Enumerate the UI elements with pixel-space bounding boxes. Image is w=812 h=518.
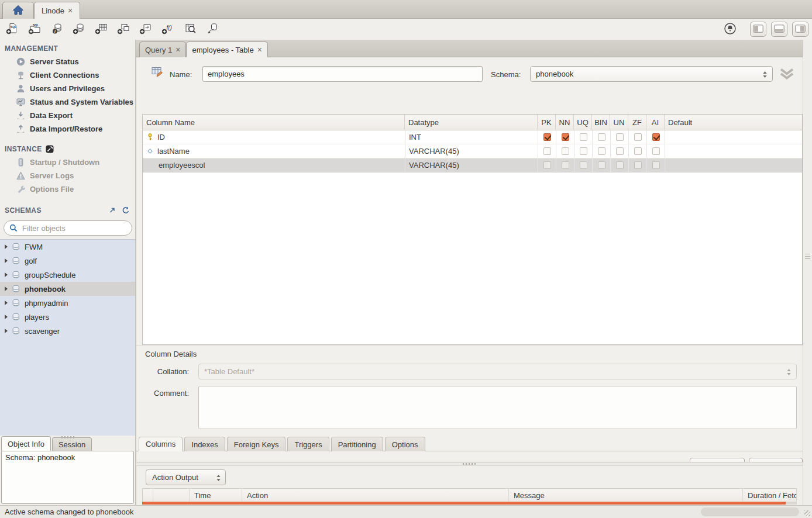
sidebar-item-data-export[interactable]: Data Export xyxy=(0,109,135,122)
right-panel-sash[interactable] xyxy=(803,40,812,505)
chevron-right-icon[interactable] xyxy=(5,301,8,305)
grid-header-un[interactable]: UN xyxy=(610,115,628,130)
grid-header-datatype[interactable]: Datatype xyxy=(405,115,538,130)
grid-header-column-name[interactable]: Column Name xyxy=(143,115,405,130)
schema-item-fwm[interactable]: FWM xyxy=(0,240,135,254)
tab-triggers[interactable]: Triggers xyxy=(287,437,329,451)
chevron-right-icon[interactable] xyxy=(5,258,8,263)
resize-grip[interactable] xyxy=(804,510,810,516)
output-col-blank-1[interactable] xyxy=(153,489,190,502)
sidebar-item-client-connections[interactable]: Client Connections xyxy=(0,68,135,82)
grid-header-uq[interactable]: UQ xyxy=(574,115,592,130)
column-row-id[interactable]: IDINT xyxy=(143,130,802,144)
tab-employees-table[interactable]: employees - Table× xyxy=(186,42,267,57)
nn-checkbox[interactable] xyxy=(562,161,569,169)
chevron-right-icon[interactable] xyxy=(5,244,8,249)
pk-checkbox[interactable] xyxy=(543,161,551,169)
schema-item-golf[interactable]: golf xyxy=(0,254,135,268)
ai-checkbox[interactable] xyxy=(652,161,660,169)
column-row-employeescol[interactable]: employeescolVARCHAR(45) xyxy=(143,158,802,172)
output-col-action[interactable]: Action xyxy=(242,489,509,502)
notification-icon[interactable] xyxy=(723,22,737,37)
close-icon[interactable]: × xyxy=(68,6,73,15)
schema-item-phonebook[interactable]: phonebook xyxy=(0,282,135,296)
sidebar-item-startup-shutdown[interactable]: Startup / Shutdown xyxy=(0,156,135,169)
tab-query-1[interactable]: Query 1× xyxy=(139,42,186,57)
chevron-right-icon[interactable] xyxy=(5,329,8,333)
nn-checkbox[interactable] xyxy=(562,147,569,155)
tab-columns[interactable]: Columns xyxy=(139,437,183,451)
schema-filter-input[interactable] xyxy=(21,223,126,233)
data-transfer-button[interactable] xyxy=(202,20,222,38)
uq-checkbox[interactable] xyxy=(580,147,587,155)
double-chevron-down-icon[interactable] xyxy=(779,67,795,82)
output-col-message[interactable]: Message xyxy=(509,489,743,502)
create-procedure-button[interactable] xyxy=(136,20,156,38)
tab-session[interactable]: Session xyxy=(52,437,92,451)
grid-header-bin[interactable]: BIN xyxy=(592,115,610,130)
horizontal-splitter[interactable] xyxy=(136,462,803,466)
tab-options[interactable]: Options xyxy=(385,437,425,451)
collation-select[interactable]: *Table Default* xyxy=(198,364,797,379)
toggle-bottom-panel-button[interactable] xyxy=(771,22,787,37)
create-view-button[interactable] xyxy=(113,20,133,38)
output-selected-row[interactable] xyxy=(142,502,786,505)
sidebar-item-server-logs[interactable]: Server Logs xyxy=(0,169,135,182)
grid-header-zf[interactable]: ZF xyxy=(628,115,646,130)
sidebar-item-server-status[interactable]: Server Status xyxy=(0,55,135,68)
ai-checkbox[interactable] xyxy=(652,133,660,141)
home-tab[interactable] xyxy=(2,2,34,19)
refresh-icon[interactable] xyxy=(121,206,130,215)
schema-item-players[interactable]: players xyxy=(0,310,135,324)
panel-splitter-grip[interactable] xyxy=(61,436,74,438)
table-inspector-button[interactable] xyxy=(180,20,200,38)
bin-checkbox[interactable] xyxy=(598,133,605,141)
pk-checkbox[interactable] xyxy=(543,133,551,141)
toggle-left-panel-button[interactable] xyxy=(750,22,766,37)
pk-checkbox[interactable] xyxy=(543,147,551,155)
create-schema-button[interactable] xyxy=(69,20,89,38)
create-function-button[interactable]: f() xyxy=(158,20,178,38)
comment-textarea[interactable] xyxy=(198,386,797,429)
sidebar-item-status-and-system-variables[interactable]: Status and System Variables xyxy=(0,95,135,109)
column-row-lastname[interactable]: lastNameVARCHAR(45) xyxy=(143,144,802,158)
bin-checkbox[interactable] xyxy=(598,147,605,155)
output-selector[interactable]: Action Output xyxy=(146,469,226,485)
sidebar-item-data-import-restore[interactable]: Data Import/Restore xyxy=(0,122,135,136)
tab-object-info[interactable]: Object Info xyxy=(1,436,51,451)
schema-item-phpmyadmin[interactable]: phpmyadmin xyxy=(0,296,135,310)
schema-select[interactable]: phonebook xyxy=(530,66,773,82)
output-col-time[interactable]: Time xyxy=(190,489,242,502)
grid-header-ai[interactable]: AI xyxy=(646,115,665,130)
uq-checkbox[interactable] xyxy=(580,133,587,141)
grid-header-pk[interactable]: PK xyxy=(538,115,556,130)
open-sql-file-button[interactable]: SQL xyxy=(25,20,44,38)
grid-header-default[interactable]: Default xyxy=(665,115,802,130)
horizontal-scrollbar[interactable] xyxy=(701,507,799,516)
zf-checkbox[interactable] xyxy=(634,147,642,155)
new-sql-script-button[interactable]: SQL xyxy=(2,20,22,38)
connection-tab-linode[interactable]: Linode × xyxy=(34,2,80,19)
ai-checkbox[interactable] xyxy=(652,147,660,155)
un-checkbox[interactable] xyxy=(616,147,624,155)
bin-checkbox[interactable] xyxy=(598,161,605,169)
zf-checkbox[interactable] xyxy=(634,133,642,141)
output-col-duration-fetch[interactable]: Duration / Fetch xyxy=(743,489,796,502)
close-icon[interactable]: × xyxy=(257,46,262,54)
inspect-database-button[interactable]: i xyxy=(47,20,67,38)
grid-header-nn[interactable]: NN xyxy=(556,115,574,130)
zf-checkbox[interactable] xyxy=(634,161,642,169)
expand-icon[interactable] xyxy=(108,206,118,215)
toggle-right-panel-button[interactable] xyxy=(792,22,808,37)
sidebar-item-users-and-privileges[interactable]: Users and Privileges xyxy=(0,82,135,95)
tab-partitioning[interactable]: Partitioning xyxy=(331,437,383,451)
schema-item-scavenger[interactable]: scavenger xyxy=(0,324,135,338)
nn-checkbox[interactable] xyxy=(562,133,569,141)
un-checkbox[interactable] xyxy=(616,161,624,169)
schema-item-groupschedule[interactable]: groupSchedule xyxy=(0,268,135,282)
uq-checkbox[interactable] xyxy=(580,161,587,169)
tab-foreign-keys[interactable]: Foreign Keys xyxy=(227,437,286,451)
chevron-right-icon[interactable] xyxy=(5,286,8,291)
un-checkbox[interactable] xyxy=(616,133,624,141)
chevron-right-icon[interactable] xyxy=(5,272,8,277)
